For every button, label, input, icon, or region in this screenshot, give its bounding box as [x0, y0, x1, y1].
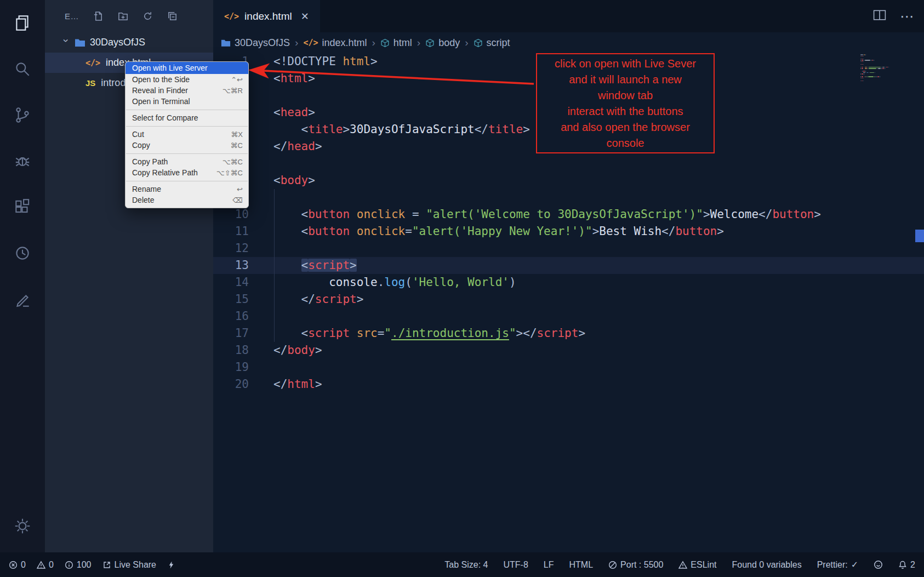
code-line-15[interactable]: 15 </script>	[213, 291, 924, 308]
line-content: <button onclick = "alert('Welcome to 30D…	[249, 206, 821, 223]
language-status[interactable]: HTML	[569, 560, 594, 570]
menu-item-select-for-compare[interactable]: Select for Compare	[126, 112, 248, 123]
menu-separator	[126, 126, 248, 127]
minimap[interactable]	[860, 54, 911, 82]
more-actions-icon[interactable]: ⋯	[900, 9, 914, 24]
code-line-7[interactable]: 7	[213, 155, 924, 172]
menu-item-shortcut: ⌥⌘R	[223, 87, 243, 95]
line-content: </head>	[249, 138, 322, 155]
close-icon[interactable]: ✕	[301, 10, 309, 22]
line-content: console.log('Hello, World')	[249, 274, 516, 291]
menu-item-shortcut: ⌫	[233, 196, 243, 204]
encoding-status[interactable]: UTF-8	[504, 560, 528, 570]
line-content: <title>30DaysOfJavaScript</title>	[249, 121, 530, 138]
menu-item-copy-path[interactable]: Copy Path⌥⌘C	[126, 156, 248, 167]
menu-item-delete[interactable]: Delete⌫	[126, 195, 248, 205]
breadcrumb-body[interactable]: body	[425, 37, 460, 49]
menu-item-rename[interactable]: Rename↩	[126, 184, 248, 195]
menu-item-open-in-terminal[interactable]: Open in Terminal	[126, 96, 248, 107]
check-icon: ✓	[851, 559, 858, 570]
line-number: 10	[213, 206, 249, 223]
notifications-bell[interactable]: 2	[898, 560, 915, 570]
line-content: <body>	[249, 172, 315, 189]
info-status[interactable]: 100	[65, 560, 92, 570]
html-file-icon: </>	[224, 12, 239, 21]
alert-triangle-icon	[678, 561, 687, 569]
code-line-11[interactable]: 11 <button onclick="alert('Happy New Yea…	[213, 223, 924, 240]
split-editor-icon[interactable]	[872, 8, 887, 25]
menu-item-copy-relative-path[interactable]: Copy Relative Path⌥⇧⌘C	[126, 167, 248, 178]
code-line-14[interactable]: 14 console.log('Hello, World')	[213, 274, 924, 291]
annotation-text: click on open with Live Severand it will…	[555, 56, 696, 151]
code-line-18[interactable]: 18</body>	[213, 342, 924, 359]
symbol-cube-icon	[425, 38, 435, 48]
code-line-13[interactable]: 13 <script>	[213, 257, 924, 274]
breadcrumb-folder[interactable]: 30DaysOfJS	[221, 37, 290, 49]
history-icon[interactable]	[0, 230, 45, 276]
source-control-icon[interactable]	[0, 92, 45, 138]
line-content: <script>	[249, 257, 357, 274]
lightning-icon[interactable]	[167, 561, 175, 569]
line-number: 20	[213, 376, 249, 393]
collapse-all-icon[interactable]	[167, 11, 178, 21]
tab-index-html[interactable]: </> index.html ✕	[213, 0, 320, 32]
menu-item-cut[interactable]: Cut⌘X	[126, 129, 248, 140]
line-content: <head>	[249, 104, 315, 121]
new-file-icon[interactable]	[93, 11, 104, 21]
menu-item-open-to-the-side[interactable]: Open to the Side⌃↩	[126, 74, 248, 85]
new-folder-icon[interactable]	[118, 11, 128, 21]
live-share-button[interactable]: Live Share	[102, 560, 157, 570]
line-number: 19	[213, 359, 249, 376]
prettier-status[interactable]: Prettier: ✓	[817, 559, 858, 570]
draw-icon[interactable]	[0, 276, 45, 322]
breadcrumb-html[interactable]: html	[380, 37, 412, 49]
search-icon[interactable]	[0, 46, 45, 92]
menu-item-label: Delete	[132, 196, 154, 204]
code-line-16[interactable]: 16	[213, 308, 924, 325]
breadcrumb-separator: ›	[465, 37, 468, 49]
error-icon	[9, 561, 18, 569]
code-line-19[interactable]: 19	[213, 359, 924, 376]
breadcrumb-file[interactable]: </> index.html	[303, 37, 367, 49]
folder-row-30daysofjs[interactable]: › 30DaysOfJS	[45, 32, 213, 53]
eol-status[interactable]: LF	[544, 560, 554, 570]
errors-status[interactable]: 0	[9, 560, 26, 570]
code-line-12[interactable]: 12	[213, 240, 924, 257]
editor-actions: ⋯	[872, 0, 914, 32]
menu-item-label: Select for Compare	[132, 113, 198, 122]
variables-status[interactable]: Found 0 variables	[732, 560, 801, 570]
line-content	[249, 308, 273, 325]
warning-icon	[37, 561, 45, 569]
explorer-icon[interactable]	[0, 0, 45, 46]
menu-separator	[126, 110, 248, 110]
breadcrumb-script[interactable]: script	[474, 37, 510, 49]
line-content	[249, 155, 273, 172]
warnings-status[interactable]: 0	[37, 560, 54, 570]
code-line-20[interactable]: 20</html>	[213, 376, 924, 393]
refresh-icon[interactable]	[142, 11, 153, 21]
port-status[interactable]: Port : 5500	[608, 560, 663, 570]
extensions-icon[interactable]	[0, 184, 45, 230]
feedback-smiley-icon[interactable]	[874, 560, 883, 569]
line-content: <html>	[249, 70, 315, 87]
line-content: <button onclick="alert('Happy New Year!'…	[249, 223, 724, 240]
menu-item-copy[interactable]: Copy⌘C	[126, 140, 248, 151]
code-line-10[interactable]: 10 <button onclick = "alert('Welcome to …	[213, 206, 924, 223]
symbol-cube-icon	[474, 38, 483, 48]
tab-size-status[interactable]: Tab Size: 4	[444, 560, 488, 570]
line-number: 16	[213, 308, 249, 325]
code-line-8[interactable]: 8<body>	[213, 172, 924, 189]
menu-item-label: Open in Terminal	[132, 97, 190, 106]
settings-gear-icon[interactable]	[0, 503, 45, 549]
run-debug-icon[interactable]	[0, 138, 45, 184]
line-number: 13	[213, 257, 249, 274]
code-line-9[interactable]: 9	[213, 189, 924, 206]
overview-ruler-decoration[interactable]	[915, 230, 924, 242]
code-line-17[interactable]: 17 <script src="./introduction.js"></scr…	[213, 325, 924, 342]
menu-item-open-with-live-server[interactable]: Open with Live Server	[126, 62, 248, 74]
eslint-status[interactable]: ESLint	[678, 560, 716, 570]
menu-item-reveal-in-finder[interactable]: Reveal in Finder⌥⌘R	[126, 85, 248, 96]
context-menu: Open with Live ServerOpen to the Side⌃↩R…	[125, 61, 249, 208]
menu-item-shortcut: ↩	[237, 185, 243, 193]
menu-item-shortcut: ⌃↩	[231, 76, 243, 84]
